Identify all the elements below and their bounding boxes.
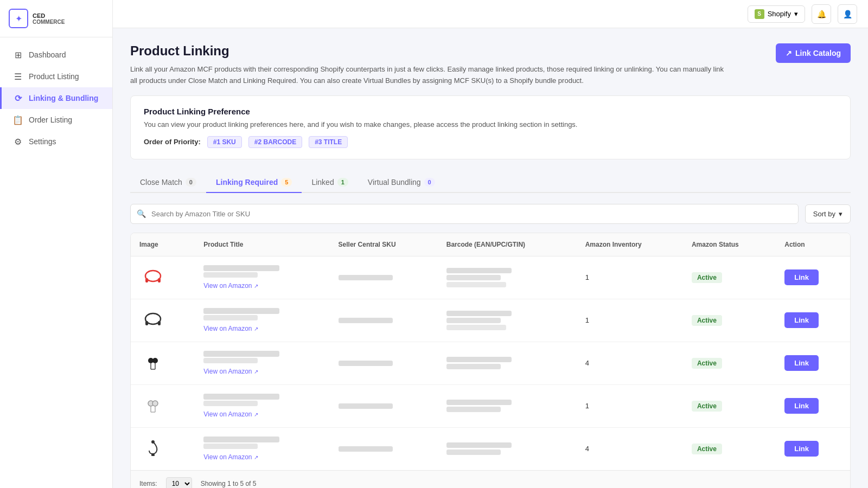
svg-rect-7 xyxy=(158,321,161,325)
col-status: Amazon Status xyxy=(683,233,776,256)
user-button[interactable]: 👤 xyxy=(838,4,857,24)
preference-description: You can view your product linking prefer… xyxy=(144,120,837,129)
sidebar-item-order-listing[interactable]: 📋 Order Listing xyxy=(0,109,112,131)
table-footer: Items: 10 25 50 Showing 1 to 5 of 5 xyxy=(131,470,850,488)
sidebar-label-dashboard: Dashboard xyxy=(29,50,66,59)
tabs-row: Close Match 0 Linking Required 5 Linked … xyxy=(130,172,851,193)
table-row: View on Amazon ↗ 4ActiveLink xyxy=(131,342,850,384)
product-listing-icon: ☰ xyxy=(12,71,23,82)
shopify-button[interactable]: S Shopify ▾ xyxy=(748,5,805,23)
barcode-line-1 xyxy=(446,268,512,273)
preference-title: Product Linking Preference xyxy=(144,107,837,116)
external-link-icon: ↗ xyxy=(254,412,258,418)
barcode-line-2 xyxy=(446,407,501,412)
table-row: View on Amazon ↗ 4ActiveLink xyxy=(131,427,850,470)
settings-icon: ⚙ xyxy=(12,136,23,147)
status-badge: Active xyxy=(692,315,722,326)
tab-linked-label: Linked xyxy=(311,178,334,187)
external-link-icon: ↗ xyxy=(254,369,258,375)
tab-linked[interactable]: Linked 1 xyxy=(302,172,358,193)
table-row: View on Amazon ↗ 1ActiveLink xyxy=(131,256,850,299)
showing-label: Showing 1 to 5 of 5 xyxy=(201,480,257,487)
priority-tag-3: #3 TITLE xyxy=(309,136,348,148)
product-title-cell: View on Amazon ↗ xyxy=(195,342,329,384)
table-body: View on Amazon ↗ 1ActiveLink View on Ama… xyxy=(131,256,850,470)
product-name-line1 xyxy=(203,308,279,314)
link-catalog-icon: ↗ xyxy=(786,49,792,57)
sidebar-label-order-listing: Order Listing xyxy=(29,115,72,124)
barcode-line-2 xyxy=(446,450,501,455)
shopify-icon: S xyxy=(755,9,764,19)
tab-virtual-bundling[interactable]: Virtual Bundling 0 xyxy=(358,172,445,193)
items-per-page-select[interactable]: 10 25 50 xyxy=(166,477,192,488)
logo-line2: COMMERCE xyxy=(33,19,65,25)
table-row: View on Amazon ↗ 1ActiveLink xyxy=(131,299,850,342)
view-on-amazon-link[interactable]: View on Amazon ↗ xyxy=(203,410,321,418)
logo-line1: CED xyxy=(33,12,65,19)
product-name-line1 xyxy=(203,265,279,271)
preference-card: Product Linking Preference You can view … xyxy=(130,95,851,159)
barcode-line-3 xyxy=(446,282,506,287)
product-name-line1 xyxy=(203,436,279,442)
link-button[interactable]: Link xyxy=(784,398,819,414)
nav-menu: ⊞ Dashboard ☰ Product Listing ⟳ Linking … xyxy=(0,37,112,159)
sidebar-item-dashboard[interactable]: ⊞ Dashboard xyxy=(0,44,112,66)
tab-linking-required[interactable]: Linking Required 5 xyxy=(206,172,302,193)
seller-sku-cell xyxy=(330,299,438,342)
col-inventory: Amazon Inventory xyxy=(577,233,683,256)
view-on-amazon-link[interactable]: View on Amazon ↗ xyxy=(203,282,321,290)
product-title-cell: View on Amazon ↗ xyxy=(195,427,329,470)
barcode-cell xyxy=(438,256,577,299)
link-button[interactable]: Link xyxy=(784,441,819,457)
table-container: Image Product Title Seller Central SKU B… xyxy=(130,233,851,488)
sidebar-item-linking-bundling[interactable]: ⟳ Linking & Bundling xyxy=(0,87,112,109)
table-row: View on Amazon ↗ 1ActiveLink xyxy=(131,384,850,427)
user-icon: 👤 xyxy=(843,10,852,18)
barcode-line-1 xyxy=(446,400,512,405)
barcode-line-2 xyxy=(446,275,501,280)
sort-button[interactable]: Sort by ▾ xyxy=(805,204,851,223)
svg-rect-6 xyxy=(145,321,148,325)
tab-virtual-bundling-badge: 0 xyxy=(424,178,435,187)
view-on-amazon-link[interactable]: View on Amazon ↗ xyxy=(203,453,321,461)
sidebar: ✦ CED COMMERCE ⊞ Dashboard ☰ Product Lis… xyxy=(0,0,113,488)
sidebar-logo: ✦ CED COMMERCE xyxy=(0,0,112,37)
view-on-amazon-link[interactable]: View on Amazon ↗ xyxy=(203,325,321,332)
sku-value xyxy=(339,275,393,280)
search-input[interactable] xyxy=(130,204,799,224)
action-cell: Link xyxy=(776,427,850,470)
col-barcode: Barcode (EAN/UPC/GTIN) xyxy=(438,233,577,256)
barcode-line-1 xyxy=(446,311,512,316)
priority-tag-2: #2 BARCODE xyxy=(248,136,302,148)
dashboard-icon: ⊞ xyxy=(12,49,23,60)
barcode-lines xyxy=(446,268,568,287)
col-action: Action xyxy=(776,233,850,256)
product-image xyxy=(139,393,167,420)
inventory-cell: 1 xyxy=(577,384,683,427)
preference-priority: Order of Priority: #1 SKU #2 BARCODE #3 … xyxy=(144,136,837,148)
sidebar-item-product-listing[interactable]: ☰ Product Listing xyxy=(0,66,112,87)
notifications-button[interactable]: 🔔 xyxy=(812,4,831,24)
product-name-line1 xyxy=(203,351,279,357)
top-bar: S Shopify ▾ 🔔 👤 xyxy=(113,0,868,28)
link-button[interactable]: Link xyxy=(784,355,819,371)
logo-text: CED COMMERCE xyxy=(33,12,65,25)
tab-close-match[interactable]: Close Match 0 xyxy=(130,172,206,193)
col-seller-sku: Seller Central SKU xyxy=(330,233,438,256)
barcode-line-1 xyxy=(446,357,512,362)
status-cell: Active xyxy=(683,384,776,427)
link-button[interactable]: Link xyxy=(784,269,819,285)
link-catalog-button[interactable]: ↗ Link Catalog xyxy=(776,43,851,63)
link-button[interactable]: Link xyxy=(784,312,819,328)
link-catalog-label: Link Catalog xyxy=(795,49,841,57)
barcode-cell xyxy=(438,384,577,427)
tab-linking-required-badge: 5 xyxy=(281,178,292,187)
product-image xyxy=(139,307,167,334)
sidebar-item-settings[interactable]: ⚙ Settings xyxy=(0,131,112,152)
svg-point-9 xyxy=(152,358,158,363)
status-badge: Active xyxy=(692,401,722,412)
product-name-line2 xyxy=(203,272,258,278)
status-badge: Active xyxy=(692,358,722,369)
view-on-amazon-link[interactable]: View on Amazon ↗ xyxy=(203,368,321,375)
search-sort-row: 🔍 Sort by ▾ xyxy=(130,204,851,224)
